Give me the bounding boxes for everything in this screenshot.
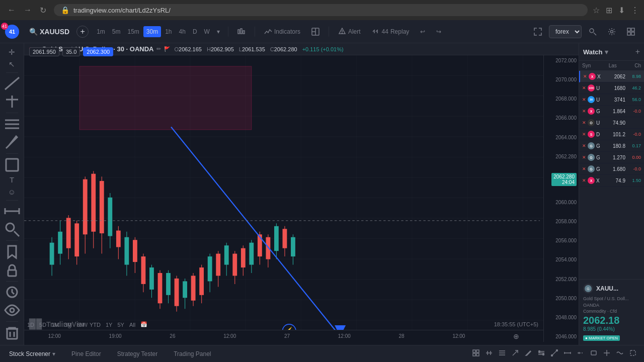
fullscreen-button[interactable] — [530, 25, 546, 38]
fib-tool[interactable] — [4, 116, 20, 132]
refresh-button[interactable]: ↻ — [37, 5, 49, 16]
trend-line-tool[interactable] — [4, 75, 20, 92]
zoom-tool[interactable] — [4, 221, 20, 237]
watch-tool[interactable] — [4, 284, 20, 300]
back-button[interactable]: ← — [5, 5, 18, 16]
tf-5m[interactable]: 5m — [109, 26, 124, 37]
tf-w[interactable]: W — [201, 26, 213, 37]
watch-item-close-2[interactable]: ✕ — [582, 85, 586, 90]
watch-item-xauusd[interactable]: ✕ X X 2062 8.98 — [579, 71, 644, 82]
text-tool[interactable]: T — [4, 175, 20, 185]
tf-1m[interactable]: 1m — [94, 26, 108, 37]
watch-item-2[interactable]: ✕ 100 U 1680 46.2 — [579, 82, 644, 94]
crosshair-tool[interactable]: ✛ — [4, 47, 20, 57]
watch-item-close-10[interactable]: ✕ — [582, 178, 586, 183]
pitchfork-tool[interactable] — [4, 94, 20, 110]
shape-tool[interactable] — [4, 157, 20, 173]
watch-item-close-7[interactable]: ✕ — [582, 143, 586, 148]
redo-button[interactable]: ↪ — [432, 26, 445, 38]
range-3m[interactable]: 3M — [62, 321, 73, 329]
emoji-tool[interactable]: ☺ — [4, 187, 20, 197]
range-5d[interactable]: 5D — [37, 321, 48, 329]
market-select[interactable]: forex — [549, 25, 582, 38]
trading-panel-button[interactable]: Trading Panel — [170, 348, 215, 359]
watch-item-3[interactable]: ✕ 30 U 3741 56.0 — [579, 94, 644, 106]
settings-button[interactable] — [604, 25, 620, 38]
watch-item-9[interactable]: ✕ G G 1.680 -0.0 — [579, 163, 644, 175]
draw-cross-button[interactable] — [601, 348, 613, 359]
watch-item-4[interactable]: ✕ X G 1.864 -0.0 — [579, 106, 644, 117]
watch-item-close-9[interactable]: ✕ — [582, 166, 586, 171]
bookmark-tool[interactable] — [4, 244, 20, 260]
watch-dropdown-icon[interactable]: ▾ — [605, 48, 608, 56]
watch-item-close-1[interactable]: ✕ — [583, 74, 587, 79]
add-symbol-button[interactable]: + — [76, 26, 89, 38]
watch-item-close-6[interactable]: ✕ — [582, 132, 586, 137]
download-icon[interactable]: ⬇ — [618, 6, 625, 15]
watch-item-close-3[interactable]: ✕ — [582, 97, 586, 102]
tf-30m[interactable]: 30m — [143, 26, 161, 37]
pine-editor-button[interactable]: Pine Editor — [67, 348, 105, 359]
range-1d[interactable]: 1D — [25, 321, 36, 329]
range-6m[interactable]: 6M — [75, 321, 87, 329]
layout-button[interactable] — [307, 25, 324, 38]
star-icon[interactable]: ☆ — [593, 6, 600, 15]
range-ytd[interactable]: YTD — [88, 321, 103, 329]
search-button[interactable] — [585, 25, 601, 38]
draw-bracket-button[interactable] — [627, 348, 639, 359]
strategy-tester-button[interactable]: Strategy Tester — [113, 348, 162, 359]
draw-line-button[interactable] — [548, 348, 560, 359]
layout-grid-button[interactable] — [623, 25, 639, 38]
tf-d[interactable]: D — [190, 26, 200, 37]
watch-item-close-5[interactable]: ✕ — [582, 120, 586, 125]
watch-item-8[interactable]: ✕ G G 1.270 0.00 — [579, 152, 644, 163]
watch-item-6[interactable]: ✕ S D 101.2 -0.0 — [579, 129, 644, 140]
measure-tool[interactable] — [4, 203, 20, 219]
watch-add-button[interactable]: + — [635, 47, 640, 56]
watch-item-close-8[interactable]: ✕ — [582, 155, 586, 160]
url-bar[interactable]: 🔒 tradingview.com/chart/Ld2zYsRL/ — [54, 4, 588, 16]
locate-icon[interactable]: ⊕ — [513, 332, 519, 340]
forward-button[interactable]: → — [21, 5, 34, 16]
tf-15m[interactable]: 15m — [124, 26, 142, 37]
range-5y[interactable]: 5Y — [115, 321, 126, 329]
indicators-button[interactable]: Indicators — [260, 25, 304, 38]
chart-type-button[interactable] — [233, 25, 250, 38]
symbol-search-button[interactable]: 🔍 XAUUSD — [25, 26, 73, 38]
edit-icon[interactable]: ✏ — [156, 46, 161, 52]
draw-arrow-button[interactable] — [509, 348, 521, 359]
tf-4h[interactable]: 4h — [176, 26, 189, 37]
replay-button[interactable]: 44 Replay — [368, 25, 414, 38]
draw-horiz-button[interactable] — [561, 348, 574, 359]
watch-item-10[interactable]: ✕ X X 74.9 1.50 — [579, 175, 644, 187]
range-1y[interactable]: 1Y — [104, 321, 114, 329]
stock-screener-dropdown[interactable]: ▾ — [52, 350, 55, 357]
range-all[interactable]: All — [127, 321, 137, 329]
alert-button[interactable]: Alert — [334, 25, 365, 38]
lock-tool[interactable] — [4, 262, 20, 278]
cursor-tool[interactable]: ↖ — [4, 59, 20, 69]
stock-screener-button[interactable]: Stock Screener ▾ — [5, 348, 59, 359]
draw-align-button[interactable] — [483, 348, 495, 359]
calendar-button[interactable]: 📅 — [138, 320, 149, 329]
eye-tool[interactable] — [4, 302, 20, 318]
trash-tool[interactable] — [4, 325, 20, 341]
watch-item-5[interactable]: ✕ O U 74.90 — [579, 117, 644, 129]
extensions-icon[interactable]: ⊞ — [606, 6, 612, 15]
draw-pen-button[interactable] — [522, 348, 534, 359]
watch-item-close-4[interactable]: ✕ — [582, 109, 586, 114]
range-1m[interactable]: 1M — [49, 321, 61, 329]
draw-wave-button[interactable] — [614, 348, 626, 359]
draw-rect-button[interactable] — [588, 348, 600, 359]
draw-mag-button[interactable] — [496, 348, 508, 359]
watch-item-7[interactable]: ✕ G G 180.8 0.17 — [579, 140, 644, 152]
draw-grid-button[interactable] — [470, 348, 482, 359]
brush-tool[interactable] — [4, 134, 20, 150]
chart-canvas[interactable]: ⚡ 2072.000 2070.000 2068.000 2066.000 20… — [24, 55, 579, 342]
menu-icon[interactable]: ⋮ — [631, 6, 639, 15]
tf-more-button[interactable]: ▾ — [214, 26, 223, 37]
draw-fib-button[interactable] — [535, 348, 547, 359]
tf-1h[interactable]: 1h — [162, 26, 175, 37]
undo-button[interactable]: ↩ — [416, 26, 429, 38]
draw-extline-button[interactable] — [575, 348, 587, 359]
